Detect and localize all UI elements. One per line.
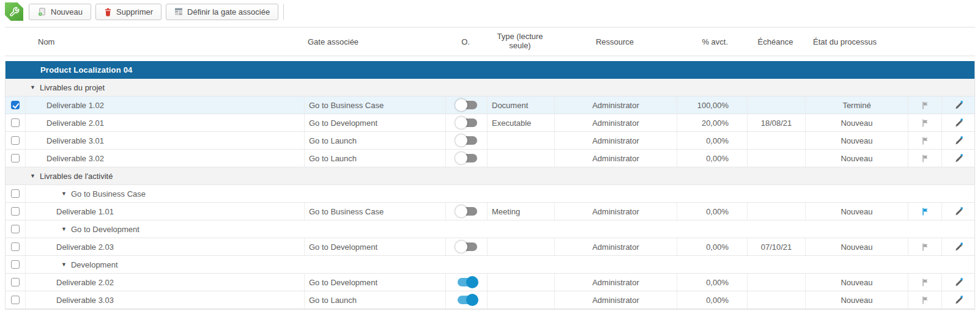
table-row[interactable]: Deliverable 1.01Go to Business CaseMeeti…: [6, 203, 974, 220]
deliverable-name: Deliverable 2.01: [46, 118, 104, 128]
name-cell: Deliverable 2.01: [25, 114, 304, 131]
subgroup-row[interactable]: ▼Go to Development: [6, 220, 974, 238]
group-row[interactable]: ▼Livrables de l'activité: [6, 167, 974, 185]
edit-pencil-icon[interactable]: [954, 153, 963, 163]
edit-pencil-icon[interactable]: [954, 242, 963, 252]
flag-cell[interactable]: [908, 132, 941, 149]
edit-pencil-icon[interactable]: [954, 206, 963, 216]
table-row[interactable]: Deliverable 2.01Go to DevelopmentExecuta…: [6, 114, 974, 132]
flag-cell[interactable]: [908, 203, 941, 220]
process-state-value: Nouveau: [841, 118, 872, 128]
select-cell: [6, 203, 25, 220]
col-header-type[interactable]: Type (lecture seule): [486, 27, 554, 56]
resource-cell: Administrator: [554, 132, 677, 149]
toggle-knob: [466, 294, 478, 306]
progress-cell: 0,00%: [677, 132, 747, 149]
row-checkbox[interactable]: [11, 278, 20, 286]
process-state-cell: Nouveau: [805, 114, 908, 131]
flag-icon[interactable]: [921, 101, 930, 110]
row-checkbox[interactable]: [11, 101, 20, 109]
edit-pencil-icon[interactable]: [954, 277, 963, 287]
row-checkbox[interactable]: [11, 242, 20, 251]
new-button[interactable]: Nouveau: [29, 4, 91, 20]
project-band[interactable]: Product Localization 04: [6, 61, 974, 79]
flag-cell[interactable]: [908, 291, 941, 308]
edit-cell[interactable]: [941, 291, 974, 308]
set-gate-button-label: Définir la gate associée: [187, 7, 270, 16]
resource-value: Administrator: [592, 136, 639, 145]
edit-cell[interactable]: [941, 238, 974, 255]
collapse-caret-icon[interactable]: ▼: [61, 261, 67, 268]
col-header-nom[interactable]: Nom: [24, 27, 303, 56]
type-cell: [487, 291, 554, 308]
flag-cell[interactable]: [908, 150, 941, 167]
subgroup-row[interactable]: ▼Go to Business Case: [6, 185, 974, 203]
col-header-etat[interactable]: État du processus: [804, 27, 907, 56]
col-header-o[interactable]: O.: [445, 27, 486, 56]
flag-icon[interactable]: [921, 296, 930, 305]
row-checkbox[interactable]: [11, 260, 20, 269]
col-header-ressource[interactable]: Ressource: [554, 27, 676, 56]
table-row[interactable]: Deliverable 1.02Go to Business CaseDocum…: [6, 97, 974, 114]
edit-cell[interactable]: [941, 97, 974, 114]
flag-icon[interactable]: [921, 136, 930, 145]
edit-cell[interactable]: [941, 114, 974, 131]
process-state-cell: Nouveau: [805, 238, 908, 255]
flag-cell[interactable]: [908, 114, 941, 131]
select-cell: [6, 97, 25, 114]
readonly-toggle[interactable]: [455, 241, 478, 253]
edit-cell[interactable]: [941, 274, 974, 291]
edit-pencil-icon[interactable]: [954, 118, 963, 128]
collapse-caret-icon[interactable]: ▼: [61, 226, 67, 232]
table-row[interactable]: Deliverable 3.03Go to LaunchAdministrato…: [6, 291, 974, 309]
readonly-toggle[interactable]: [455, 117, 478, 129]
edit-cell[interactable]: [941, 203, 974, 220]
table-row[interactable]: Deliverable 3.01Go to LaunchAdministrato…: [6, 132, 974, 150]
row-checkbox[interactable]: [11, 189, 20, 198]
collapse-caret-icon[interactable]: ▼: [30, 173, 35, 179]
gate-cell: Go to Development: [304, 274, 445, 291]
subgroup-row[interactable]: ▼Development: [6, 256, 974, 274]
readonly-toggle[interactable]: [455, 99, 478, 111]
readonly-toggle[interactable]: [455, 134, 478, 147]
name-cell: Deliverable 1.02: [25, 97, 304, 114]
readonly-toggle[interactable]: [455, 205, 478, 217]
edit-pencil-icon[interactable]: [954, 295, 963, 305]
flag-icon[interactable]: [921, 118, 930, 128]
flag-cell[interactable]: [908, 238, 941, 255]
resource-cell: Administrator: [554, 97, 677, 114]
flag-icon[interactable]: [921, 207, 930, 216]
flag-cell[interactable]: [908, 274, 941, 291]
set-gate-button[interactable]: Définir la gate associée: [166, 4, 278, 20]
table-row[interactable]: Deliverable 3.02Go to LaunchAdministrato…: [6, 150, 974, 167]
group-row[interactable]: ▼Livrables du projet: [6, 79, 974, 97]
gate-value: Go to Launch: [309, 296, 357, 305]
edit-pencil-icon[interactable]: [954, 136, 963, 145]
row-checkbox[interactable]: [11, 154, 20, 162]
col-header-echeance[interactable]: Échéance: [746, 27, 804, 56]
process-state-value: Nouveau: [841, 242, 872, 252]
flag-cell[interactable]: [908, 97, 941, 114]
row-checkbox[interactable]: [11, 225, 20, 233]
readonly-toggle[interactable]: [455, 276, 478, 288]
gate-value: Go to Launch: [309, 154, 357, 163]
collapse-caret-icon[interactable]: ▼: [30, 84, 35, 90]
edit-cell[interactable]: [941, 150, 974, 167]
delete-button[interactable]: Supprimer: [95, 4, 161, 20]
row-checkbox[interactable]: [11, 296, 20, 304]
edit-pencil-icon[interactable]: [954, 100, 963, 110]
flag-icon[interactable]: [921, 154, 930, 163]
col-header-pct[interactable]: % avct.: [676, 27, 746, 56]
table-row[interactable]: Deliverable 2.03Go to DevelopmentAdminis…: [6, 238, 974, 256]
row-checkbox[interactable]: [11, 118, 20, 127]
row-checkbox[interactable]: [11, 207, 20, 216]
flag-icon[interactable]: [921, 278, 930, 287]
flag-icon[interactable]: [921, 242, 930, 252]
table-row[interactable]: Deliverable 2.02Go to DevelopmentAdminis…: [6, 274, 974, 291]
readonly-toggle[interactable]: [455, 294, 478, 306]
readonly-toggle[interactable]: [455, 152, 478, 164]
col-header-gate[interactable]: Gate associée: [303, 27, 445, 56]
row-checkbox[interactable]: [11, 136, 20, 145]
edit-cell[interactable]: [941, 132, 974, 149]
collapse-caret-icon[interactable]: ▼: [61, 191, 67, 197]
